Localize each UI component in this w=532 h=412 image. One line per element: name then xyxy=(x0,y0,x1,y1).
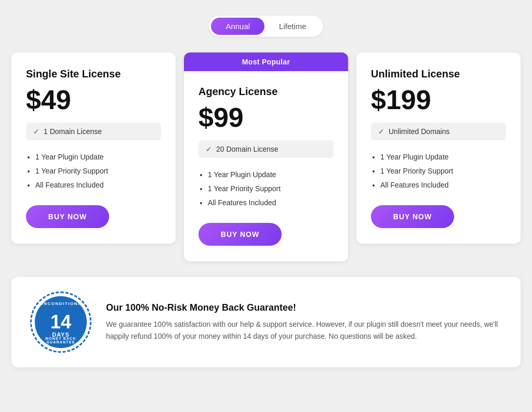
guarantee-section: UNCONDITIONAL 14 DAYS MONEY BACK GUARANT… xyxy=(11,277,521,367)
single-plan-name: Single Site License xyxy=(26,68,161,80)
list-item: 1 Year Priority Support xyxy=(208,183,334,194)
lifetime-toggle-btn[interactable]: Lifetime xyxy=(264,18,321,35)
unlimited-domain-label: Unlimited Domains xyxy=(389,127,449,136)
agency-domain-badge: ✓ 20 Domain License xyxy=(198,140,334,158)
agency-domain-label: 20 Domain License xyxy=(216,145,278,153)
billing-toggle: Annual Lifetime xyxy=(209,16,323,37)
single-buy-button[interactable]: BUY NOW xyxy=(26,205,109,228)
guarantee-title: Our 100% No-Risk Money Back Guarantee! xyxy=(106,302,502,313)
agency-feature-list: 1 Year Plugin Update 1 Year Priority Sup… xyxy=(198,169,334,208)
unlimited-plan-name: Unlimited License xyxy=(371,68,506,80)
agency-plan-name: Agency License xyxy=(198,86,334,98)
unlimited-card: Unlimited License $199 ✓ Unlimited Domai… xyxy=(356,52,521,244)
single-domain-badge: ✓ 1 Domain License xyxy=(26,123,161,140)
badge-days-number: 14 xyxy=(50,313,71,331)
unlimited-check-icon: ✓ xyxy=(378,127,384,136)
list-item: All Features Included xyxy=(35,180,161,191)
guarantee-badge: UNCONDITIONAL 14 DAYS MONEY BACK GUARANT… xyxy=(30,291,91,353)
single-feature-list: 1 Year Plugin Update 1 Year Priority Sup… xyxy=(26,152,161,191)
badge-bottom-text: MONEY BACK GUARANTEE xyxy=(40,337,82,344)
list-item: 1 Year Plugin Update xyxy=(380,152,506,163)
guarantee-description: We guarantee 100% satisfaction with our … xyxy=(106,318,502,342)
single-plan-price: $49 xyxy=(26,86,161,113)
unlimited-plan-price: $199 xyxy=(371,86,506,113)
pricing-cards: Single Site License $49 ✓ 1 Domain Licen… xyxy=(11,52,521,261)
single-check-icon: ✓ xyxy=(33,127,39,136)
guarantee-text: Our 100% No-Risk Money Back Guarantee! W… xyxy=(106,302,502,342)
most-popular-banner: Most Popular xyxy=(184,52,348,71)
agency-buy-button[interactable]: BUY NOW xyxy=(198,223,282,246)
list-item: 1 Year Priority Support xyxy=(380,166,506,177)
list-item: 1 Year Plugin Update xyxy=(35,152,161,163)
agency-card: Most Popular Agency License $99 ✓ 20 Dom… xyxy=(184,52,348,261)
unlimited-domain-badge: ✓ Unlimited Domains xyxy=(371,123,506,140)
list-item: 1 Year Plugin Update xyxy=(208,169,334,180)
agency-check-icon: ✓ xyxy=(206,145,212,153)
single-site-card: Single Site License $49 ✓ 1 Domain Licen… xyxy=(11,52,176,244)
badge-top-text: UNCONDITIONAL xyxy=(40,301,82,306)
unlimited-buy-button[interactable]: BUY NOW xyxy=(371,205,454,228)
single-domain-label: 1 Domain License xyxy=(44,127,102,136)
guarantee-badge-inner: UNCONDITIONAL 14 DAYS MONEY BACK GUARANT… xyxy=(35,296,87,348)
unlimited-feature-list: 1 Year Plugin Update 1 Year Priority Sup… xyxy=(371,152,506,191)
list-item: All Features Included xyxy=(380,180,506,191)
annual-toggle-btn[interactable]: Annual xyxy=(211,18,264,35)
list-item: 1 Year Priority Support xyxy=(35,166,161,177)
agency-plan-price: $99 xyxy=(198,104,334,131)
list-item: All Features Included xyxy=(208,197,334,208)
